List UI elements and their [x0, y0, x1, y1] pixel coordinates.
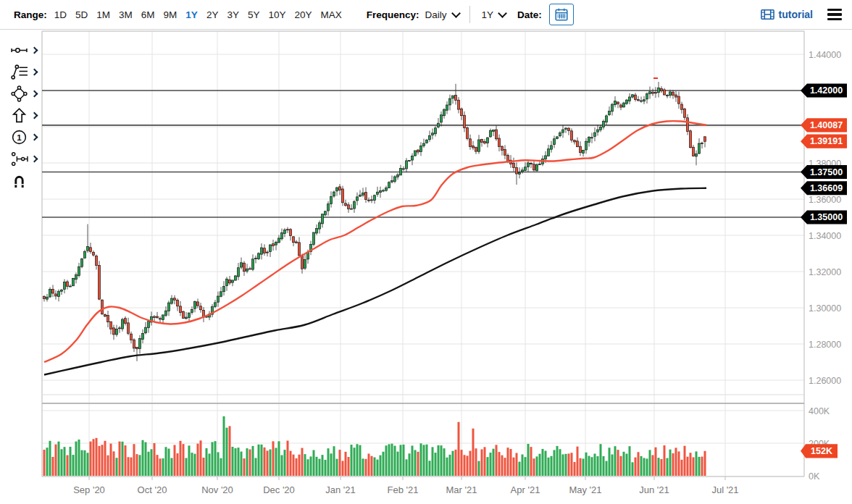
hamburger-icon: [827, 9, 842, 11]
svg-text:Mar '21: Mar '21: [446, 484, 477, 495]
chart-canvas[interactable]: 1.440001.420001.400001.380001.360001.340…: [0, 0, 852, 504]
svg-text:Nov '20: Nov '20: [201, 484, 233, 495]
shape-icon: [10, 85, 28, 103]
date-label: Date:: [517, 9, 542, 20]
range-selector: 1D5D1M3M6M9M1Y2Y3Y5Y10Y20YMAX: [54, 9, 351, 20]
range-option-1M[interactable]: 1M: [96, 9, 110, 20]
toolbar-right: tutorial: [761, 9, 842, 20]
submenu-chevron-icon: [31, 90, 38, 97]
price-axis-labels: 1.440001.420001.400001.380001.360001.340…: [809, 50, 841, 386]
range-option-MAX[interactable]: MAX: [320, 9, 341, 20]
x-axis-labels: Sep '20Oct '20Nov '20Dec '20Jan '21Feb '…: [73, 484, 738, 495]
range-option-9M[interactable]: 9M: [164, 9, 178, 20]
range-option-3M[interactable]: 3M: [119, 9, 133, 20]
range-option-5Y[interactable]: 5Y: [248, 9, 260, 20]
drawing-tools-rail: 1: [0, 30, 41, 504]
chevron-down-icon: [451, 9, 461, 18]
submenu-chevron-icon: [31, 46, 38, 54]
period-value: 1Y: [482, 9, 494, 20]
measure-tool[interactable]: [0, 148, 41, 169]
svg-text:1.40000: 1.40000: [809, 122, 841, 133]
submenu-chevron-icon: [31, 133, 38, 140]
svg-text:1.36000: 1.36000: [809, 195, 841, 205]
horizontal-level-lines: [42, 91, 804, 217]
svg-text:1.42000: 1.42000: [809, 86, 841, 96]
menu-button[interactable]: [827, 9, 842, 20]
calendar-icon: [554, 7, 569, 22]
svg-text:Dec '20: Dec '20: [263, 484, 295, 495]
magnet-icon: [10, 172, 28, 190]
shapes-tool[interactable]: [0, 83, 41, 104]
film-icon: [761, 9, 774, 20]
frequency-value: Daily: [425, 9, 447, 20]
number-annotation-tool[interactable]: 1: [0, 126, 41, 148]
charting-app: Range: 1D5D1M3M6M9M1Y2Y3Y5Y10Y20YMAX Fre…: [0, 0, 852, 504]
submenu-chevron-icon: [31, 112, 38, 119]
svg-text:1.38000: 1.38000: [809, 159, 841, 169]
range-option-6M[interactable]: 6M: [141, 9, 155, 20]
fibonacci-tool[interactable]: [0, 61, 41, 83]
fibonacci-icon: [10, 63, 28, 81]
range-option-10Y[interactable]: 10Y: [268, 9, 285, 20]
svg-text:1.26000: 1.26000: [809, 376, 841, 386]
chart-toolbar: Range: 1D5D1M3M6M9M1Y2Y3Y5Y10Y20YMAX Fre…: [0, 0, 852, 30]
svg-text:May '21: May '21: [569, 484, 601, 495]
svg-text:Jul '21: Jul '21: [711, 484, 738, 495]
svg-text:1.28000: 1.28000: [809, 340, 841, 350]
range-option-1Y[interactable]: 1Y: [185, 9, 198, 20]
svg-text:Apr '21: Apr '21: [511, 484, 540, 495]
svg-text:400K: 400K: [809, 406, 830, 416]
candlestick-series: [43, 82, 706, 361]
svg-text:200K: 200K: [809, 439, 830, 449]
range-option-20Y[interactable]: 20Y: [294, 9, 312, 20]
svg-text:Jun '21: Jun '21: [639, 484, 669, 495]
svg-text:1.44000: 1.44000: [809, 50, 841, 60]
trendline-icon: [10, 41, 28, 59]
tutorial-link[interactable]: tutorial: [761, 9, 813, 20]
svg-text:Sep '20: Sep '20: [73, 484, 105, 495]
range-option-1D[interactable]: 1D: [54, 9, 67, 20]
submenu-chevron-icon: [31, 155, 38, 162]
submenu-chevron-icon: [31, 68, 38, 75]
frequency-dropdown[interactable]: Daily: [425, 9, 459, 20]
range-option-2Y[interactable]: 2Y: [206, 9, 219, 20]
volume-axis-labels: 400K200K0K: [809, 406, 830, 482]
svg-text:Oct '20: Oct '20: [138, 484, 167, 495]
svg-text:Feb '21: Feb '21: [388, 484, 419, 495]
tutorial-label: tutorial: [779, 9, 813, 20]
arrow-up-icon: [10, 106, 28, 125]
toolbar-divider: [469, 6, 470, 23]
svg-text:1.34000: 1.34000: [809, 231, 841, 241]
measure-icon: [10, 150, 28, 168]
period-dropdown[interactable]: 1Y: [482, 9, 506, 20]
svg-text:Jan '21: Jan '21: [325, 484, 356, 495]
range-option-3Y[interactable]: 3Y: [227, 9, 239, 20]
circled-one-icon: 1: [10, 128, 28, 146]
svg-text:1.30000: 1.30000: [809, 303, 841, 314]
calendar-button[interactable]: [549, 4, 574, 25]
chart-borders: [42, 31, 804, 480]
range-option-5D[interactable]: 5D: [75, 9, 88, 20]
trendline-tool[interactable]: [0, 39, 41, 61]
magnet-snap-tool[interactable]: [0, 169, 41, 191]
volume-series: [43, 416, 706, 476]
gridlines: [42, 31, 804, 476]
svg-text:1.32000: 1.32000: [809, 267, 841, 277]
svg-text:0K: 0K: [809, 471, 820, 482]
svg-text:1: 1: [17, 133, 22, 141]
chevron-down-icon: [498, 9, 507, 18]
arrow-annotation-tool[interactable]: [0, 104, 41, 126]
frequency-label: Frequency:: [367, 9, 419, 20]
range-label: Range:: [14, 9, 47, 20]
